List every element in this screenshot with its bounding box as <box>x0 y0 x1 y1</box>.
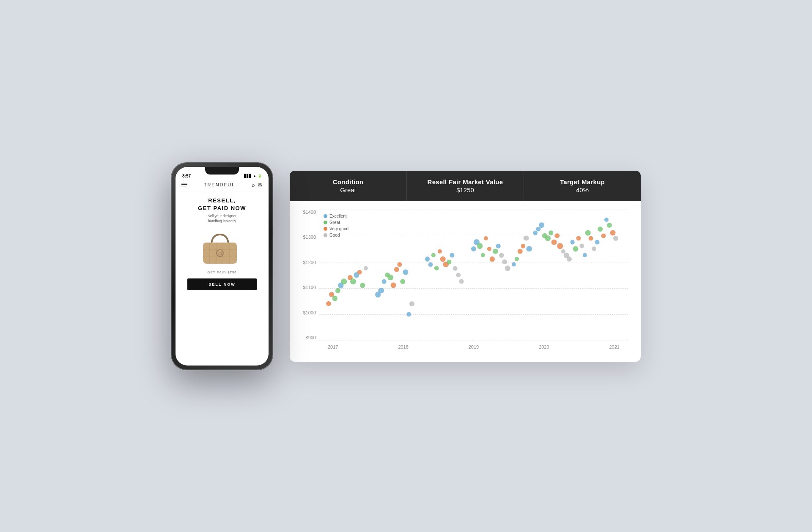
scatter-dot <box>326 301 331 306</box>
scatter-dot <box>360 283 365 288</box>
scatter-dot <box>487 246 491 251</box>
chart-body: $1400 $1300 $1200 $1100 $1000 $900 <box>290 201 641 362</box>
scatter-dot <box>447 259 451 264</box>
scatter-dot <box>585 230 591 236</box>
scatter-dot <box>397 262 402 267</box>
scene: 8:57 ▋▋▋ ▲ 🔋 TRENDFUL ⌕ 🛎 <box>171 163 641 370</box>
scatter-dot <box>505 266 510 271</box>
scatter-dot <box>554 233 560 238</box>
phone-screen: 8:57 ▋▋▋ ▲ 🔋 TRENDFUL ⌕ 🛎 <box>176 167 269 366</box>
search-icon[interactable]: ⌕ <box>252 182 255 188</box>
wifi-icon: ▲ <box>253 174 256 178</box>
price-label: GET PAID $750 <box>207 270 237 274</box>
phone-notch <box>205 167 239 175</box>
scatter-dot <box>400 279 405 284</box>
sell-now-button[interactable]: SELL NOW <box>187 278 256 290</box>
scatter-dot <box>549 231 554 236</box>
bag-image: CC <box>197 228 247 266</box>
scatter-dot <box>459 279 464 284</box>
scatter-dot <box>490 256 495 262</box>
scatter-plot <box>319 210 628 341</box>
scatter-dot <box>481 253 485 257</box>
scatter-dot <box>517 248 523 254</box>
nav-action-icons: ⌕ 🛎 <box>252 182 263 188</box>
y-label-1000: $1000 <box>303 310 316 315</box>
scatter-dot <box>515 257 519 261</box>
market-value-value: $1250 <box>415 186 515 194</box>
scatter-dot <box>573 246 578 251</box>
scatter-dot <box>409 301 414 306</box>
scatter-dot <box>341 278 347 284</box>
market-value-label: Resell Fair Market Value <box>415 178 515 186</box>
scatter-dot <box>403 270 409 275</box>
hamburger-icon[interactable] <box>181 183 187 187</box>
y-label-1400: $1400 <box>303 210 316 215</box>
scatter-dot <box>567 256 572 262</box>
scatter-dot <box>363 266 368 270</box>
scatter-dot <box>576 236 581 240</box>
scatter-dot <box>378 288 384 294</box>
scatter-dot <box>589 236 593 240</box>
scatter-dot <box>394 267 399 272</box>
scatter-dot <box>583 253 587 257</box>
chart-card: Condition Great Resell Fair Market Value… <box>290 171 641 362</box>
x-label-2021: 2021 <box>609 344 620 349</box>
hero-title: RESELL,GET PAID NOW <box>198 197 246 212</box>
battery-icon: 🔋 <box>258 174 262 178</box>
status-time: 8:57 <box>182 174 191 178</box>
price-value: $750 <box>228 270 237 274</box>
scatter-dot <box>521 244 525 248</box>
scatter-dot <box>335 288 340 293</box>
scatter-dot <box>512 262 516 267</box>
header-condition: Condition Great <box>290 171 407 201</box>
scatter-dot <box>601 233 606 238</box>
condition-value: Great <box>298 186 398 194</box>
phone-navbar: TRENDFUL ⌕ 🛎 <box>176 180 269 190</box>
y-label-900: $900 <box>306 335 316 340</box>
y-label-1100: $1100 <box>303 285 316 290</box>
scatter-dot <box>533 231 538 235</box>
scatter-dot <box>425 256 430 262</box>
scatter-dot <box>592 246 597 251</box>
scatter-dot <box>456 273 461 277</box>
hero-subtitle: Sell your designerhandbag instantly <box>208 214 236 224</box>
scatter-dot <box>607 223 612 228</box>
scatter-dot <box>499 253 504 258</box>
scatter-dot <box>438 249 442 254</box>
scatter-dot <box>450 253 454 258</box>
scatter-dot <box>527 246 532 251</box>
chart-area: $1400 $1300 $1200 $1100 $1000 $900 <box>298 210 628 353</box>
x-label-2019: 2019 <box>469 344 479 349</box>
scatter-dot <box>493 248 498 254</box>
y-label-1200: $1200 <box>303 260 316 265</box>
scatter-dot <box>357 270 362 275</box>
scatter-dot <box>595 240 600 245</box>
scatter-dot <box>539 222 545 228</box>
scatter-dot <box>545 235 550 241</box>
markup-value: 40% <box>532 186 632 194</box>
phone-hero-section: RESELL,GET PAID NOW Sell your designerha… <box>176 190 269 366</box>
scatter-dot <box>502 259 507 265</box>
scatter-dot <box>524 235 529 241</box>
scatter-dot <box>496 244 500 248</box>
y-axis: $1400 $1300 $1200 $1100 $1000 $900 <box>298 210 319 341</box>
scatter-dot <box>484 236 488 240</box>
scatter-dot <box>428 262 433 267</box>
scatter-dot <box>579 244 584 248</box>
x-axis: 2017 2018 2019 2020 2021 <box>319 341 628 353</box>
y-label-1300: $1300 <box>303 235 316 240</box>
phone-mockup: 8:57 ▋▋▋ ▲ 🔋 TRENDFUL ⌕ 🛎 <box>171 163 273 370</box>
cart-icon[interactable]: 🛎 <box>258 182 263 188</box>
signal-icon: ▋▋▋ <box>244 174 252 178</box>
x-label-2020: 2020 <box>539 344 549 349</box>
scatter-dot <box>391 283 396 288</box>
scatter-dot <box>604 218 609 222</box>
scatter-dot <box>610 230 615 236</box>
markup-label: Target Markup <box>532 178 632 186</box>
x-label-2017: 2017 <box>328 344 338 349</box>
scatter-dot <box>613 236 618 241</box>
scatter-dot <box>477 243 483 249</box>
svg-text:CC: CC <box>218 251 224 256</box>
scatter-dot <box>382 279 387 284</box>
scatter-dot <box>471 246 476 251</box>
